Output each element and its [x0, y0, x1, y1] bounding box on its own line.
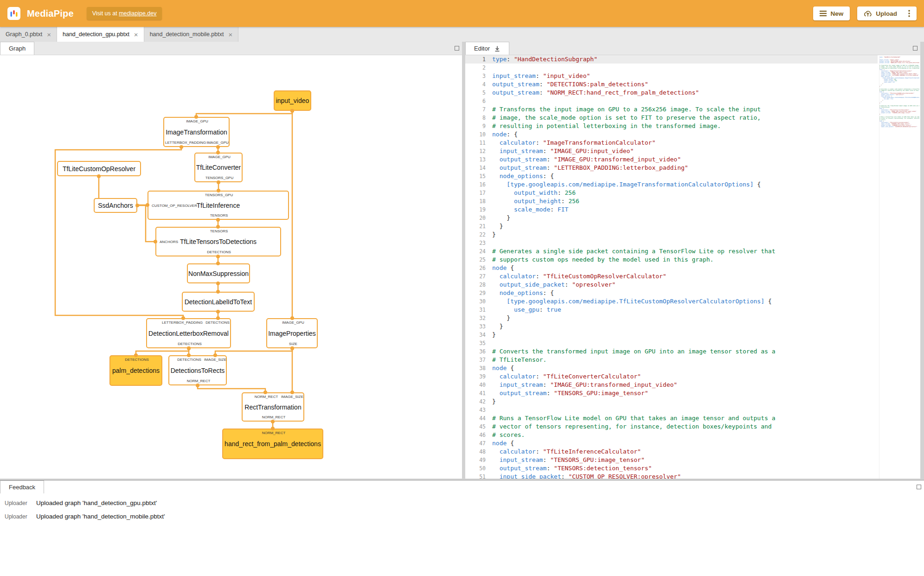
port-label: SIZE	[289, 342, 297, 346]
line-number: 17	[465, 189, 492, 197]
code-line: 43	[465, 406, 878, 414]
graph-node-DetectionsToRects[interactable]: DetectionsToRectsDETECTIONSIMAGE_SIZENOR…	[168, 355, 227, 385]
line-number: 39	[465, 372, 492, 381]
line-number: 34	[465, 331, 492, 339]
code-line: 29 node_options: {	[465, 289, 878, 297]
port-label: TENSORS	[210, 213, 228, 218]
graph-panel-strip: Graph	[0, 42, 462, 55]
line-number: 20	[465, 214, 492, 222]
graph-node-TfLiteInference[interactable]: TfLiteInferenceTENSORS_GPUTENSORSCUSTOM_…	[148, 191, 289, 220]
graph-node-DetectionLabelIdToText[interactable]: DetectionLabelIdToText	[182, 292, 255, 312]
graph-node-hand_rect_from_palm_detections[interactable]: hand_rect_from_palm_detectionsNORM_RECT	[222, 429, 323, 459]
close-tab-icon[interactable]: ×	[134, 31, 138, 38]
code-line: 17 output_width: 256	[465, 189, 878, 197]
code-text: }	[492, 322, 503, 331]
code-text	[492, 339, 496, 347]
graph-edge	[215, 348, 292, 355]
popout-editor-icon[interactable]	[913, 46, 918, 51]
line-number: 41	[465, 389, 492, 397]
line-number: 47	[465, 439, 492, 448]
node-title: hand_rect_from_palm_detections	[223, 440, 322, 448]
code-text: }	[492, 230, 496, 239]
popout-graph-icon[interactable]	[455, 46, 459, 51]
graph-node-ImageTransformation[interactable]: ImageTransformationIMAGE_GPULETTERBOX_PA…	[163, 117, 230, 147]
code-line: 1type: "HandDetectionSubgraph"	[465, 55, 878, 64]
tab-feedback[interactable]: Feedback	[0, 480, 44, 493]
code-line: 9# resulting in potential letterboxing i…	[465, 122, 878, 130]
code-line: 32 }	[465, 314, 878, 322]
graph-node-ImageProperties[interactable]: ImagePropertiesIMAGE_GPUSIZE	[266, 318, 318, 348]
code-line: 2	[465, 64, 878, 72]
graph-node-TfLiteConverter[interactable]: TfLiteConverterIMAGE_GPUTENSORS_GPU	[194, 153, 243, 182]
line-number: 5	[465, 89, 492, 97]
line-number: 21	[465, 222, 492, 230]
code-text: calculator: "TfLiteInferenceCalculator"	[492, 448, 641, 456]
code-text: output_stream: "NORM_RECT:hand_rect_from…	[492, 89, 699, 97]
port-label: NORM_RECT	[187, 379, 211, 383]
code-text: node {	[492, 364, 514, 372]
tab-editor[interactable]: Editor	[465, 42, 509, 55]
node-title: NonMaxSuppression	[188, 270, 249, 277]
file-tab[interactable]: hand_detection_gpu.pbtxt×	[57, 27, 144, 42]
code-text: # vector of tensors representing, for in…	[492, 422, 772, 431]
graph-canvas[interactable]: input_videoImageTransformationIMAGE_GPUL…	[0, 55, 462, 479]
mediapipe-dev-link[interactable]: mediapipe.dev	[119, 10, 156, 17]
node-title: RectTransformation	[243, 403, 303, 411]
upload-button[interactable]: Upload	[857, 6, 917, 20]
port-label: IMAGE_GPU	[282, 320, 304, 325]
line-number: 10	[465, 130, 492, 139]
graph-node-DetectionLetterboxRemoval[interactable]: DetectionLetterboxRemovalLETTERBOX_PADDI…	[146, 318, 231, 348]
code-line: 12 input_stream: "IMAGE_GPU:input_video"	[465, 147, 878, 155]
line-number: 37	[465, 356, 492, 364]
close-tab-icon[interactable]: ×	[47, 31, 51, 38]
graph-edge	[196, 111, 292, 117]
line-number: 48	[465, 448, 492, 456]
graph-tab-label: Graph	[9, 45, 26, 52]
file-tab-bar: Graph_0.pbtxt×hand_detection_gpu.pbtxt×h…	[0, 27, 924, 42]
graph-node-palm_detections[interactable]: palm_detectionsDETECTIONS	[109, 355, 162, 386]
code-line: 4output_stream: "DETECTIONS:palm_detecti…	[465, 80, 878, 89]
popout-feedback-icon[interactable]	[917, 485, 921, 489]
code-line: 23	[465, 239, 878, 247]
file-tab[interactable]: Graph_0.pbtxt×	[0, 27, 57, 42]
code-text: node: {	[492, 130, 518, 139]
code-editor[interactable]: 1type: "HandDetectionSubgraph"2 3input_s…	[465, 55, 920, 479]
code-line: 38node {	[465, 364, 878, 372]
more-options-icon[interactable]	[905, 10, 910, 17]
code-text: # Converts the transformed input image o…	[492, 347, 775, 356]
minimap-line: output_stream: "NORM_RECT:hand_rect_from…	[879, 62, 919, 64]
code-line: 51 input_side_packet: "CUSTOM_OP_RESOLVE…	[465, 473, 878, 479]
tab-graph[interactable]: Graph	[0, 42, 34, 55]
port-label: NORM_RECT	[255, 395, 278, 399]
graph-node-TfLiteCustomOpResolver[interactable]: TfLiteCustomOpResolver	[57, 161, 141, 176]
code-text: # scores.	[492, 431, 525, 439]
code-text: }	[492, 331, 496, 339]
graph-node-input_video[interactable]: input_video	[274, 90, 311, 111]
code-line: 40 input_stream: "IMAGE_GPU:transformed_…	[465, 381, 878, 389]
line-number: 3	[465, 72, 492, 80]
line-number: 43	[465, 406, 492, 414]
file-tab[interactable]: hand_detection_mobile.pbtxt×	[144, 27, 239, 42]
code-text: # supports custom ops needed by the mode…	[492, 256, 713, 264]
node-title: TfLiteConverter	[195, 164, 242, 171]
line-number: 18	[465, 197, 492, 205]
line-number: 22	[465, 230, 492, 239]
line-number: 30	[465, 297, 492, 306]
graph-node-TfLiteTensorsToDetections[interactable]: TfLiteTensorsToDetectionsTENSORSDETECTIO…	[155, 227, 281, 256]
line-number: 32	[465, 314, 492, 322]
graph-node-SsdAnchors[interactable]: SsdAnchors	[94, 198, 137, 213]
code-text: use_gpu: true	[492, 306, 561, 314]
port-label: IMAGE_SIZE	[281, 395, 303, 399]
code-line: 19 scale_mode: FIT	[465, 205, 878, 214]
download-icon[interactable]	[494, 45, 500, 52]
graph-node-RectTransformation[interactable]: RectTransformationNORM_RECTIMAGE_SIZENOR…	[242, 392, 304, 422]
line-number: 42	[465, 397, 492, 406]
visit-us-text: Visit us at	[92, 10, 119, 17]
minimap[interactable]: type: "HandDetectionSubgraph" input_stre…	[879, 57, 919, 479]
port-label: IMAGE_GPU	[186, 119, 208, 123]
line-number: 14	[465, 164, 492, 172]
new-button[interactable]: New	[813, 6, 850, 20]
graph-node-NonMaxSuppression[interactable]: NonMaxSuppression	[187, 263, 250, 283]
code-line: 20 }	[465, 214, 878, 222]
close-tab-icon[interactable]: ×	[228, 31, 232, 38]
